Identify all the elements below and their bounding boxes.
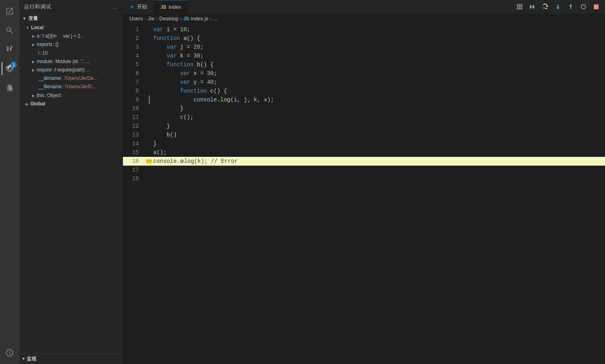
tab-start[interactable]: ✦ 开始 xyxy=(123,0,154,14)
global-label: Global xyxy=(30,100,45,108)
variables-label: 变量 xyxy=(28,15,38,22)
tab-bar: ✦ 开始 JS index xyxy=(123,0,605,14)
line-num-7: 7 xyxy=(123,79,145,85)
var-require[interactable]: ▶ require : f require(path) ... xyxy=(19,66,123,74)
variables-section: ▼ 变量 ▼ Local ▶ a : f a() {\n var j = 2..… xyxy=(19,14,123,354)
explorer-icon[interactable] xyxy=(2,3,18,19)
var-a[interactable]: ▶ a : f a() {\n var j = 2... xyxy=(19,32,123,40)
svg-rect-6 xyxy=(517,8,518,10)
main-content: ✦ 开始 JS index xyxy=(123,0,605,364)
var-a-value: {\n var j = 2... xyxy=(51,32,84,40)
timeline-icon[interactable] xyxy=(2,345,18,361)
var-this-name: this xyxy=(37,92,44,99)
svg-rect-2 xyxy=(521,4,522,6)
bp-area-16 xyxy=(145,158,153,164)
bp-area-9 xyxy=(145,95,153,104)
line-num-2: 2 xyxy=(123,35,145,42)
code-content-7: var y = 40; xyxy=(153,79,217,85)
variables-section-header[interactable]: ▼ 变量 xyxy=(19,14,123,24)
var-this-value: Object xyxy=(47,92,61,99)
step-out-button[interactable] xyxy=(565,1,576,12)
code-line-3: 3 var j = 20; xyxy=(123,43,605,51)
sidebar-header: 运行和调试 ... xyxy=(19,0,123,14)
code-line-14: 14 } xyxy=(123,139,605,148)
search-icon[interactable] xyxy=(2,22,18,38)
code-line-5: 5 function b() { xyxy=(123,60,605,69)
line-num-3: 3 xyxy=(123,44,145,50)
global-group[interactable]: ▶ Global xyxy=(19,100,123,108)
var-i[interactable]: i : 10 xyxy=(19,49,123,57)
var-dirname[interactable]: __dirname : '/Users/Jie/De... xyxy=(19,74,123,83)
var-module[interactable]: ▶ module : Module {id: '.', ... xyxy=(19,57,123,66)
line-num-4: 4 xyxy=(123,53,145,59)
svg-rect-3 xyxy=(517,6,518,8)
debug-grid-button[interactable] xyxy=(514,1,525,12)
var-filename-name: __filename xyxy=(38,83,62,91)
var-a-expand: ▶ xyxy=(32,33,35,40)
var-exports[interactable]: ▶ exports : {} xyxy=(19,40,123,49)
code-editor[interactable]: 1 var i = 10; 2 function a() { 3 var j =… xyxy=(123,24,605,364)
code-line-1: 1 var i = 10; xyxy=(123,25,605,34)
var-require-name: require xyxy=(37,66,51,74)
code-content-15: a(); xyxy=(153,149,167,156)
tab-index-js[interactable]: JS index xyxy=(154,0,188,14)
code-content-13: b() xyxy=(153,132,177,138)
code-content-14: } xyxy=(153,140,156,147)
restart-button[interactable] xyxy=(578,1,589,12)
debug-badge: 1 xyxy=(10,61,17,68)
code-line-4: 4 var k = 30; xyxy=(123,51,605,60)
line-num-17: 17 xyxy=(123,167,145,173)
code-line-16: 16 console.log(k); // Error xyxy=(123,157,605,166)
local-label: Local xyxy=(31,24,43,32)
var-exports-expand: ▶ xyxy=(32,42,35,48)
code-line-7: 7 var y = 40; xyxy=(123,78,605,87)
breadcrumb-ellipsis[interactable]: ... xyxy=(213,16,217,22)
tab-index-label: index xyxy=(169,4,181,10)
line-num-13: 13 xyxy=(123,132,145,138)
code-line-18: 18 xyxy=(123,174,605,183)
line-num-9: 9 xyxy=(123,97,145,103)
line-num-11: 11 xyxy=(123,114,145,121)
code-line-2: 2 function a() { xyxy=(123,34,605,43)
sidebar-more-button[interactable]: ... xyxy=(113,3,118,10)
breadcrumb-indexjs[interactable]: index.js xyxy=(191,16,208,22)
local-group[interactable]: ▼ Local xyxy=(19,24,123,32)
watch-label: 监视 xyxy=(27,356,37,362)
run-debug-icon[interactable]: 1 xyxy=(2,61,18,77)
line-num-5: 5 xyxy=(123,61,145,68)
line-num-10: 10 xyxy=(123,105,145,112)
variables-chevron: ▼ xyxy=(22,16,27,21)
watch-section-header[interactable]: ▼ 监视 xyxy=(19,354,123,364)
line-num-16: 16 xyxy=(123,158,145,164)
var-module-expand: ▶ xyxy=(32,59,35,65)
tab-start-label: 开始 xyxy=(137,3,147,10)
line-num-12: 12 xyxy=(123,123,145,129)
step-over-button[interactable] xyxy=(540,1,551,12)
var-require-type: f require(path) ... xyxy=(55,66,90,74)
stop-button[interactable] xyxy=(591,1,602,12)
code-content-2: function a() { xyxy=(153,35,200,42)
debug-arrow-16 xyxy=(146,158,152,164)
svg-rect-9 xyxy=(594,4,599,9)
sidebar-title: 运行和调试 xyxy=(24,3,51,10)
js-icon: JS xyxy=(160,4,166,10)
local-expand: ▼ xyxy=(26,25,30,31)
line-num-15: 15 xyxy=(123,149,145,156)
var-filename-value: '/Users/Jie/D... xyxy=(65,83,96,91)
continue-button[interactable] xyxy=(527,1,538,12)
extensions-icon[interactable] xyxy=(2,80,18,96)
source-control-icon[interactable] xyxy=(2,42,18,57)
step-into-button[interactable] xyxy=(552,1,563,12)
line-num-6: 6 xyxy=(123,70,145,77)
svg-rect-8 xyxy=(521,8,522,10)
breadcrumb-jie[interactable]: Jie xyxy=(148,16,154,22)
code-content-1: var i = 10; xyxy=(153,26,190,33)
var-module-name: module xyxy=(37,58,52,65)
var-i-name: i xyxy=(38,49,40,57)
breadcrumb-desktop[interactable]: Desktop xyxy=(159,16,178,22)
code-line-13: 13 b() xyxy=(123,131,605,139)
var-filename[interactable]: __filename : '/Users/Jie/D... xyxy=(19,83,123,91)
var-this[interactable]: ▶ this : Object xyxy=(19,91,123,100)
code-content-5: function b() { xyxy=(153,61,214,68)
breadcrumb-users[interactable]: Users xyxy=(129,16,143,22)
